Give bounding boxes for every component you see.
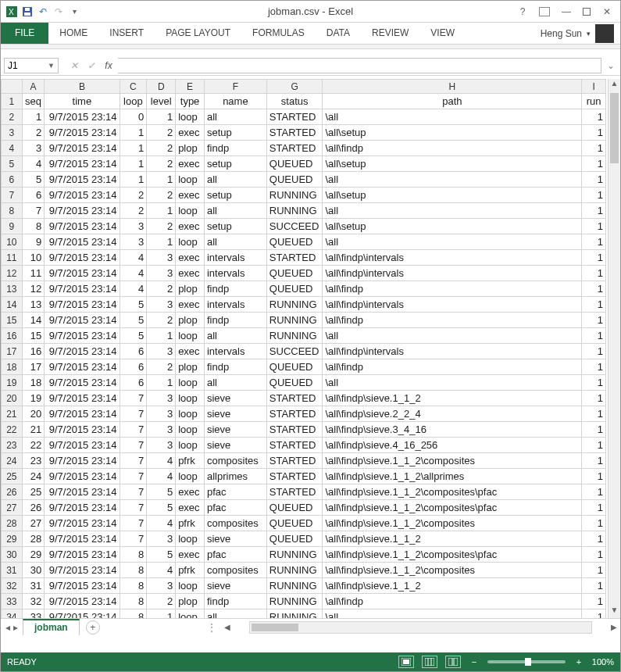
cell[interactable]: 1 bbox=[582, 313, 606, 328]
user-dropdown-icon[interactable]: ▾ bbox=[587, 30, 591, 38]
cell[interactable]: \all bbox=[323, 328, 582, 344]
cell[interactable]: 1 bbox=[582, 297, 606, 313]
cell[interactable]: 1 bbox=[582, 531, 606, 547]
cell[interactable]: 1 bbox=[582, 375, 606, 391]
cell[interactable]: 28 bbox=[22, 531, 45, 547]
cell[interactable]: 9/7/2015 23:14 bbox=[45, 188, 120, 203]
cell[interactable]: all bbox=[204, 172, 266, 188]
cell[interactable]: setup bbox=[204, 125, 266, 141]
cell[interactable]: \all\findp\intervals bbox=[323, 250, 582, 266]
cell[interactable]: RUNNING bbox=[266, 563, 323, 578]
cell[interactable]: 9/7/2015 23:14 bbox=[45, 328, 120, 344]
cell[interactable]: 5 bbox=[120, 313, 147, 328]
cell[interactable]: loop bbox=[176, 578, 205, 594]
row-header[interactable]: 19 bbox=[2, 375, 23, 391]
tab-split-handle[interactable]: ⋮ bbox=[202, 622, 221, 633]
cell[interactable]: 1 bbox=[582, 547, 606, 563]
cell[interactable]: \all\findp\sieve.1_1_2\composites\pfac bbox=[323, 547, 582, 563]
cell[interactable]: 9/7/2015 23:14 bbox=[45, 500, 120, 516]
cell[interactable]: findp bbox=[204, 281, 266, 297]
cell[interactable]: 1 bbox=[582, 328, 606, 344]
cell[interactable]: 9/7/2015 23:14 bbox=[45, 438, 120, 453]
cell[interactable]: level bbox=[147, 94, 176, 109]
cell[interactable]: loop bbox=[176, 406, 205, 422]
cell[interactable]: 2 bbox=[147, 219, 176, 234]
cell[interactable]: \all\setup bbox=[323, 125, 582, 141]
cell[interactable]: 9/7/2015 23:14 bbox=[45, 203, 120, 219]
hscroll-thumb[interactable] bbox=[252, 624, 298, 631]
cell[interactable]: RUNNING bbox=[266, 609, 323, 619]
cell[interactable]: 31 bbox=[22, 578, 45, 594]
cell[interactable]: SUCCEED bbox=[266, 219, 323, 234]
cell[interactable]: 2 bbox=[147, 141, 176, 156]
cell[interactable]: 4 bbox=[147, 516, 176, 531]
hscroll-left-icon[interactable]: ◀ bbox=[221, 623, 234, 631]
cell[interactable]: 24 bbox=[22, 469, 45, 484]
cell[interactable]: exec bbox=[176, 250, 205, 266]
cell[interactable]: 5 bbox=[120, 297, 147, 313]
cell[interactable]: sieve bbox=[204, 406, 266, 422]
tab-data[interactable]: DATA bbox=[316, 23, 361, 44]
cell[interactable]: 9/7/2015 23:14 bbox=[45, 359, 120, 375]
cell[interactable]: run bbox=[582, 94, 606, 109]
expand-formula-bar-icon[interactable]: ⌄ bbox=[605, 60, 617, 71]
cell[interactable]: plop bbox=[176, 141, 205, 156]
cell[interactable]: 9/7/2015 23:14 bbox=[45, 266, 120, 281]
cell[interactable]: QUEUED bbox=[266, 281, 323, 297]
tab-view[interactable]: VIEW bbox=[419, 23, 466, 44]
cell[interactable]: 1 bbox=[22, 109, 45, 125]
cell[interactable]: 4 bbox=[120, 266, 147, 281]
cell[interactable]: 9/7/2015 23:14 bbox=[45, 453, 120, 469]
cell[interactable]: 3 bbox=[147, 422, 176, 438]
row-header[interactable]: 32 bbox=[2, 578, 23, 594]
cell[interactable]: 4 bbox=[120, 250, 147, 266]
cell[interactable]: 9/7/2015 23:14 bbox=[45, 406, 120, 422]
cell[interactable]: 1 bbox=[582, 203, 606, 219]
cell[interactable]: 27 bbox=[22, 516, 45, 531]
cell[interactable]: 33 bbox=[22, 609, 45, 619]
cell[interactable]: 7 bbox=[120, 391, 147, 406]
cell[interactable]: loop bbox=[176, 109, 205, 125]
cell[interactable]: 6 bbox=[120, 375, 147, 391]
cell[interactable]: 19 bbox=[22, 391, 45, 406]
cell[interactable]: 3 bbox=[120, 234, 147, 250]
cell[interactable]: \all bbox=[323, 172, 582, 188]
cell[interactable]: 2 bbox=[147, 125, 176, 141]
cell[interactable]: 7 bbox=[120, 438, 147, 453]
row-header[interactable]: 24 bbox=[2, 453, 23, 469]
avatar[interactable] bbox=[595, 24, 614, 43]
cell[interactable]: 2 bbox=[120, 188, 147, 203]
cell[interactable]: all bbox=[204, 609, 266, 619]
cell[interactable]: sieve bbox=[204, 531, 266, 547]
cell[interactable]: findp bbox=[204, 359, 266, 375]
col-header[interactable]: I bbox=[582, 80, 606, 94]
cell[interactable]: 9/7/2015 23:14 bbox=[45, 250, 120, 266]
cell[interactable]: 1 bbox=[582, 563, 606, 578]
cell[interactable]: 2 bbox=[22, 125, 45, 141]
cell[interactable]: findp bbox=[204, 313, 266, 328]
cell[interactable]: 2 bbox=[147, 281, 176, 297]
cell[interactable]: RUNNING bbox=[266, 547, 323, 563]
cell[interactable]: 4 bbox=[22, 156, 45, 172]
row-header[interactable]: 34 bbox=[2, 609, 23, 619]
cell[interactable]: 3 bbox=[22, 141, 45, 156]
cell[interactable]: 7 bbox=[120, 406, 147, 422]
row-header[interactable]: 26 bbox=[2, 484, 23, 500]
cell[interactable]: exec bbox=[176, 219, 205, 234]
cell[interactable]: 8 bbox=[120, 609, 147, 619]
cell[interactable]: 1 bbox=[147, 203, 176, 219]
cell[interactable]: 7 bbox=[120, 484, 147, 500]
row-header[interactable]: 9 bbox=[2, 219, 23, 234]
col-header[interactable]: E bbox=[176, 80, 205, 94]
cell[interactable]: 3 bbox=[147, 297, 176, 313]
tab-home[interactable]: HOME bbox=[48, 23, 98, 44]
cell[interactable]: plop bbox=[176, 281, 205, 297]
cell[interactable]: composites bbox=[204, 453, 266, 469]
cell[interactable]: 1 bbox=[582, 125, 606, 141]
cell[interactable]: intervals bbox=[204, 250, 266, 266]
cell[interactable]: 1 bbox=[582, 406, 606, 422]
ribbon-display-icon[interactable] bbox=[539, 7, 550, 16]
cell[interactable]: 32 bbox=[22, 594, 45, 609]
cell[interactable]: 1 bbox=[582, 391, 606, 406]
cell[interactable]: STARTED bbox=[266, 438, 323, 453]
